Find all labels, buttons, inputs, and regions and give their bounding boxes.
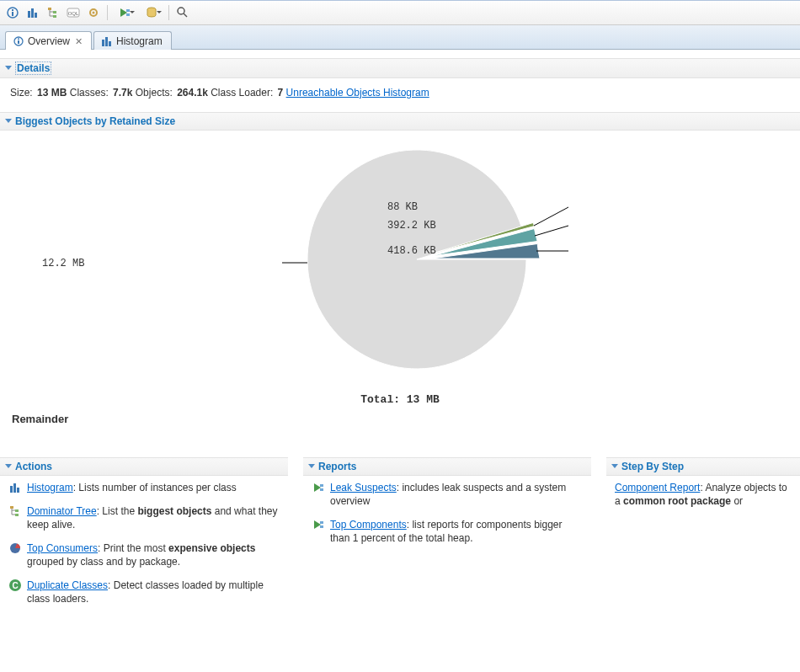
gear-button[interactable] (84, 3, 103, 22)
run-dropdown[interactable] (112, 3, 137, 22)
gear-icon (87, 6, 100, 19)
section-reports-header[interactable]: Reports (303, 457, 591, 476)
slice-label-392: 392.2 KB (387, 220, 436, 232)
section-actions-header[interactable]: Actions (0, 457, 288, 476)
svg-rect-21 (102, 40, 104, 46)
svg-rect-2 (12, 9, 13, 11)
svg-rect-37 (320, 484, 323, 487)
tree-icon (8, 504, 22, 518)
step-column: Step By Step Component Report: Analyze o… (606, 457, 800, 616)
search-icon (176, 6, 189, 19)
twisty-icon (308, 464, 315, 472)
objects-label: Objects: (136, 87, 173, 99)
svg-rect-28 (10, 486, 13, 493)
slice-label-12mb: 12.2 MB (42, 258, 84, 269)
svg-rect-8 (53, 15, 56, 18)
actions-column: Actions Histogram: Lists number of insta… (0, 457, 288, 616)
action-duplicates: C Duplicate Classes: Detect classes load… (8, 579, 280, 605)
report-topcomp: Top Components: list reports for compone… (312, 518, 583, 545)
tree-button[interactable] (44, 3, 62, 22)
svg-rect-33 (15, 514, 19, 516)
close-icon[interactable]: ✕ (75, 36, 83, 47)
action-topconsumers: Top Consumers: Print the most expensive … (8, 541, 280, 568)
step-title: Step By Step (621, 461, 684, 472)
separator (168, 5, 169, 20)
svg-line-17 (184, 13, 187, 17)
tree-icon (46, 6, 60, 19)
editor-tabbar: Overview ✕ Histogram (0, 25, 800, 50)
reports-title: Reports (318, 461, 356, 472)
report-icon (312, 481, 325, 494)
objects-value: 264.1k (177, 87, 208, 99)
component-link[interactable]: Component Report (615, 482, 700, 493)
twisty-icon (611, 464, 618, 472)
search-button[interactable] (173, 3, 192, 22)
oql-button[interactable]: OQL (64, 3, 83, 22)
size-value: 13 MB (37, 87, 67, 99)
tab-overview-label: Overview (28, 35, 70, 47)
separator (107, 5, 108, 20)
svg-rect-19 (18, 40, 19, 44)
unreachable-link[interactable]: Unreachable Objects Histogram (286, 87, 429, 99)
topconsumers-link[interactable]: Top Consumers (27, 542, 98, 554)
svg-line-26 (535, 226, 568, 236)
main-toolbar: OQL (0, 0, 800, 25)
pie-chart: 12.2 MB 418.6 KB 392.2 KB 88 KB (0, 137, 800, 390)
loader-label: Class Loader: (211, 87, 273, 99)
tab-histogram[interactable]: Histogram (93, 31, 172, 50)
svg-rect-23 (109, 41, 111, 46)
biggest-title: Biggest Objects by Retained Size (15, 115, 175, 127)
duplicate-link[interactable]: Duplicate Classes (27, 579, 108, 591)
svg-rect-3 (28, 11, 30, 18)
section-biggest-header[interactable]: Biggest Objects by Retained Size (0, 112, 800, 131)
svg-rect-20 (18, 39, 19, 40)
report-icon (312, 518, 325, 531)
histogram-button[interactable] (24, 3, 42, 22)
svg-rect-29 (13, 483, 16, 493)
leak-link[interactable]: Leak Suspects (330, 482, 397, 493)
bars-icon (8, 481, 22, 494)
slice-label-88: 88 KB (387, 201, 418, 213)
details-row: Size: 13 MB Classes: 7.7k Objects: 264.1… (0, 78, 800, 112)
svg-rect-13 (126, 9, 130, 12)
svg-rect-6 (48, 8, 51, 10)
section-step-header[interactable]: Step By Step (606, 457, 800, 476)
classes-value: 7.7k (113, 87, 132, 99)
info-icon (6, 6, 19, 19)
action-dominator: Dominator Tree: List the biggest objects… (8, 504, 280, 531)
svg-point-16 (178, 8, 184, 14)
svg-rect-1 (12, 12, 13, 16)
tab-overview[interactable]: Overview ✕ (5, 31, 92, 50)
svg-rect-39 (320, 521, 323, 524)
action-histogram: Histogram: Lists number of instances per… (8, 481, 280, 494)
chart-total-label: Total: 13 MB (0, 393, 800, 406)
topcomp-link[interactable]: Top Components (330, 519, 407, 531)
svg-rect-4 (31, 8, 34, 18)
classes-label: Classes: (70, 87, 109, 99)
svg-rect-5 (35, 13, 37, 18)
pie-icon (8, 541, 22, 555)
dominator-link[interactable]: Dominator Tree (27, 505, 97, 517)
duplicate-icon: C (8, 579, 22, 592)
details-title: Details (15, 61, 51, 75)
bars-icon (26, 6, 40, 19)
database-icon (145, 6, 158, 19)
loader-value: 7 (278, 87, 284, 99)
histogram-link[interactable]: Histogram (27, 482, 73, 493)
reports-column: Reports Leak Suspects: includes leak sus… (303, 457, 591, 616)
step-component: Component Report: Analyze objects to a c… (615, 481, 792, 508)
twisty-icon (5, 66, 12, 73)
report-leak: Leak Suspects: includes leak suspects an… (312, 481, 583, 508)
svg-text:OQL: OQL (68, 11, 79, 16)
svg-line-27 (534, 207, 568, 226)
twisty-icon (5, 464, 12, 472)
svg-rect-32 (15, 509, 19, 512)
db-dropdown[interactable] (139, 3, 164, 22)
pie-svg (189, 137, 611, 381)
svg-rect-14 (126, 13, 130, 16)
section-details-header[interactable]: Details (0, 58, 800, 78)
svg-rect-40 (320, 525, 323, 528)
pie-slice-remainder[interactable] (307, 150, 526, 369)
info-button[interactable] (3, 3, 22, 22)
svg-rect-30 (17, 488, 19, 493)
